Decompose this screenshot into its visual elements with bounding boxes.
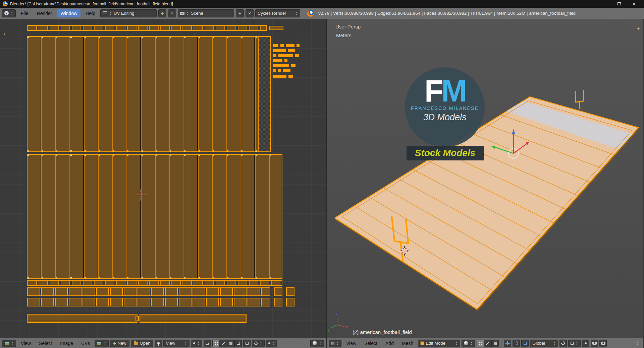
- menu-view[interactable]: View: [343, 339, 360, 347]
- snap-toggle-button[interactable]: [559, 340, 567, 347]
- edge-select-button[interactable]: [220, 340, 227, 347]
- watermark-badge: Stock Models: [407, 146, 484, 160]
- stepper-icon: [109, 11, 112, 15]
- viewport-3d-scene[interactable]: x y z: [327, 19, 643, 338]
- new-image-button[interactable]: New: [110, 340, 129, 347]
- uv-island-sideline-bar-1[interactable]: [27, 314, 138, 323]
- uv-island-cells-row-1[interactable]: [27, 287, 270, 296]
- open-image-label: Open: [140, 341, 151, 346]
- scene-selector[interactable]: Scene: [178, 9, 234, 17]
- add-layout-button[interactable]: [158, 9, 166, 17]
- display-channels-selector[interactable]: [310, 340, 324, 347]
- face-select-button[interactable]: [491, 340, 499, 347]
- uv-island-hashmarks-bottom[interactable]: [27, 280, 282, 286]
- viewport-shading-selector[interactable]: [462, 340, 475, 347]
- stepper-icon: [295, 11, 298, 15]
- uv-island-numbers-cluster[interactable]: [273, 44, 304, 82]
- uv-island-small[interactable]: [269, 26, 283, 30]
- watermark-initial-m: M: [441, 74, 465, 108]
- close-button[interactable]: [627, 0, 641, 8]
- maximize-button[interactable]: [612, 0, 627, 8]
- stepper-icon: [103, 341, 106, 345]
- delete-layout-button[interactable]: [168, 9, 176, 17]
- orientation-selector[interactable]: Global: [530, 340, 558, 347]
- vertex-select-icon: [215, 342, 216, 343]
- info-editor-icon: [4, 11, 9, 15]
- manipulator-translate-button[interactable]: [504, 340, 511, 347]
- add-scene-button[interactable]: [236, 9, 244, 17]
- snap-element-selector[interactable]: [568, 340, 581, 347]
- viewport-3d-editor-icon: [331, 342, 334, 345]
- screen-layout-selector[interactable]: UV Editing: [100, 9, 157, 17]
- editor-mode-selector[interactable]: View: [163, 340, 190, 347]
- menu-render[interactable]: Render: [34, 9, 56, 17]
- menu-mesh[interactable]: Mesh: [398, 339, 417, 347]
- menu-image[interactable]: Image: [57, 339, 76, 347]
- menu-window[interactable]: Window: [57, 9, 80, 17]
- menu-select[interactable]: Select: [361, 339, 381, 347]
- window-title: Blender* [C:\Users\franc\Desktop\america…: [10, 2, 173, 6]
- editor-type-selector[interactable]: [2, 340, 16, 347]
- island-select-button[interactable]: [234, 340, 242, 347]
- uv-unfilled-checker: [258, 36, 271, 152]
- region-expand-button[interactable]: [1, 30, 7, 37]
- header-overflow-button[interactable]: [634, 340, 641, 347]
- viewport-3d-canvas[interactable]: x y z FM FRANCESCO MILANESE 3D Models St…: [327, 19, 643, 338]
- uv-island-sideline-bar-2[interactable]: [140, 314, 247, 323]
- editor-type-selector[interactable]: [2, 9, 16, 17]
- stepper-icon: [319, 341, 322, 345]
- proportional-edit-selector[interactable]: [266, 340, 277, 347]
- sticky-select-selector[interactable]: [243, 340, 251, 347]
- uv-island-field-strips-1[interactable]: [27, 36, 271, 152]
- goal-post-far[interactable]: [575, 90, 584, 109]
- face-select-button[interactable]: [227, 340, 234, 347]
- pivot-selector[interactable]: [191, 340, 202, 347]
- blender-app-icon: [3, 1, 8, 6]
- uv-island-hashmarks-top[interactable]: [27, 25, 267, 31]
- image-pin-button[interactable]: [155, 340, 162, 347]
- open-image-button[interactable]: Open: [131, 340, 154, 347]
- mode-selector[interactable]: Edit Mode: [418, 340, 460, 347]
- vertex-select-button[interactable]: [212, 340, 220, 347]
- proportional-edit-button[interactable]: [582, 340, 589, 347]
- view-name-label: User Persp: [335, 24, 361, 29]
- manipulator-scale-button[interactable]: [521, 340, 529, 347]
- menu-view[interactable]: View: [17, 339, 34, 347]
- axis-y-label: y: [328, 328, 330, 332]
- region-expand-button[interactable]: [635, 25, 641, 31]
- stepper-icon: [336, 341, 339, 345]
- watermark-badge-label: Stock Models: [415, 148, 475, 158]
- manipulator-rotate-button[interactable]: [513, 340, 520, 347]
- uv-island-small[interactable]: [274, 298, 282, 306]
- sync-uv-select-toggle[interactable]: [204, 340, 211, 347]
- menu-file[interactable]: File: [17, 9, 32, 17]
- edge-select-button[interactable]: [484, 340, 491, 347]
- folder-icon: [134, 342, 138, 345]
- uv-island-small[interactable]: [136, 316, 139, 321]
- editor-type-selector[interactable]: [329, 340, 341, 347]
- image-editor-icon: [4, 341, 9, 345]
- uv-island-field-strips-2[interactable]: [27, 154, 282, 279]
- orientation-value: Global: [532, 341, 545, 346]
- sticky-select-icon: [246, 342, 249, 345]
- uv-island-small[interactable]: [286, 298, 294, 306]
- uv-island-cells-row-2[interactable]: [27, 298, 270, 306]
- delete-scene-button[interactable]: [246, 9, 254, 17]
- opengl-render-button[interactable]: [591, 340, 598, 347]
- minimize-button[interactable]: [597, 0, 612, 8]
- opengl-render-anim-button[interactable]: [599, 340, 607, 347]
- menu-add[interactable]: Add: [382, 339, 397, 347]
- render-engine-selector[interactable]: Cycles Render: [255, 9, 300, 17]
- title-bar: Blender* [C:\Users\franc\Desktop\america…: [0, 0, 644, 8]
- display-channels-icon: [313, 341, 317, 345]
- snap-selector[interactable]: [252, 340, 265, 347]
- uv-island-small[interactable]: [286, 287, 294, 296]
- menu-uvs[interactable]: UVs: [78, 339, 93, 347]
- vertex-select-button[interactable]: [477, 340, 484, 347]
- uv-island-small[interactable]: [274, 287, 282, 296]
- menu-select[interactable]: Select: [36, 339, 55, 347]
- image-browse-selector[interactable]: [95, 340, 109, 347]
- uv-2d-cursor[interactable]: [135, 189, 147, 201]
- uv-canvas[interactable]: [0, 19, 326, 338]
- menu-help[interactable]: Help: [82, 9, 99, 17]
